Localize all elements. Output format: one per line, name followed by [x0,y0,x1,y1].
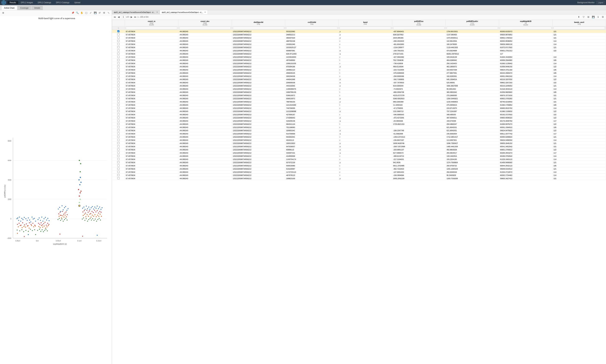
row-checkbox[interactable] [117,148,120,151]
table-row[interactable]: 67.4579634-44.080243125222059873455621​2… [112,59,606,62]
row-checkbox[interactable] [117,155,120,157]
sub-tab-activechart[interactable]: Active Chart [1,6,17,10]
row-checkbox[interactable] [117,126,120,128]
table-row[interactable]: 67.4579634-44.080243125222059873455621​2… [112,129,606,132]
table-row[interactable]: 67.4579634-44.080243125222059873455621​2… [112,164,606,167]
pin-button[interactable]: 📌 [71,11,75,15]
row-checkbox[interactable] [117,117,120,118]
page-input[interactable] [121,16,126,18]
table-row[interactable]: 67.4579634-44.080243125222059873455621​2… [112,94,606,97]
row-checkbox[interactable] [117,62,120,64]
table-row[interactable]: 67.4579634-44.080243125222059873455621​2… [112,49,606,52]
filter-psfdiffflux-input[interactable] [393,27,444,29]
zoom-in-button[interactable]: 🔍 [75,11,79,15]
last-page-button[interactable]: ⏭ [134,15,137,19]
table-row[interactable]: 67.4579634-44.080243125222059873455621​2… [112,161,606,164]
info-button[interactable]: ℹ [596,15,600,19]
row-checkbox[interactable] [117,40,120,42]
row-checkbox[interactable] [117,78,120,80]
row-checkbox[interactable] [117,158,120,160]
row-checkbox[interactable] [117,174,120,176]
table-row[interactable]: 67.4579634-44.080243125222059873455621​2… [112,65,606,68]
row-checkbox[interactable] [117,123,120,125]
row-checkbox[interactable] [117,49,120,52]
table-row[interactable]: 67.4579634-44.080243125222059873455621​2… [112,62,606,65]
filter-bands-ascii-input[interactable] [553,27,605,29]
row-checkbox[interactable] [117,72,120,74]
row-checkbox[interactable] [117,136,120,138]
table-row[interactable]: 67.4579634-44.080243125222059873455621​2… [112,113,606,116]
table-row[interactable]: 67.4579634-44.080243125222059873455621​2… [112,55,606,59]
table-row[interactable]: 67.4579634-44.080243125222059873455621​2… [112,30,606,33]
table-row[interactable]: 67.4579634-44.080243125222059873455621​2… [112,155,606,158]
row-checkbox[interactable] [117,145,120,147]
table-row[interactable]: 67.4579634-44.080243125222059873455621​2… [112,68,606,71]
table-row[interactable]: 67.4579634-44.080243125222059873455621​2… [112,71,606,75]
row-checkbox[interactable] [117,152,120,154]
table-row[interactable]: 67.4579634-44.080243125222059873455621​2… [112,87,606,91]
data-tab-1[interactable]: dp02_dc2_catalogs.ForcedSourceOnDiaObjec… [112,10,160,14]
row-checkbox[interactable] [117,110,120,112]
table-row[interactable]: 67.4579634-44.080243125222059873455621​2… [112,52,606,55]
prev-page-button[interactable]: ◀ [117,15,120,19]
table-row[interactable]: 67.4579634-44.080243125222059873455621​2… [112,100,606,103]
table-row[interactable]: 67.4579634-44.080243125222059873455621​2… [112,84,606,87]
table-row[interactable]: 67.4579634-44.080243125222059873455621​2… [112,135,606,139]
row-checkbox[interactable] [117,65,120,67]
data-tab-1-close[interactable]: ✕ [156,11,158,13]
table-row[interactable]: 67.4579634-44.080243125222059873455621​2… [112,110,606,113]
sub-tab-details[interactable]: Details [31,6,43,10]
nav-tab-dp02images[interactable]: DP0.2 Images [19,1,35,4]
data-tab-2[interactable]: dp02_dc2_catalogs.ForcedSourceOnDiaObjec… [160,10,208,14]
first-page-button[interactable]: ⏮ [113,15,116,19]
nav-tab-results[interactable]: Results [7,1,18,4]
row-checkbox[interactable] [117,68,120,71]
next-page-button[interactable]: ▶ [130,15,133,19]
row-checkbox[interactable] [117,113,120,115]
export-button[interactable]: 💾 [591,15,595,19]
row-checkbox[interactable] [117,177,120,179]
row-checkbox[interactable] [117,52,120,55]
table-row[interactable]: 67.4579634-44.080243125222059873455621​2… [112,142,606,145]
filter-diaobjectid-input[interactable] [233,27,284,29]
row-checkbox[interactable] [117,46,120,48]
row-checkbox[interactable] [117,94,120,96]
filter-button[interactable]: ▽ [582,15,586,19]
filter-coord-dec-input[interactable] [179,27,230,29]
settings-button-2[interactable]: ⚙ [601,15,605,19]
table-row[interactable]: 67.4579634-44.080243125222059873455621​2… [112,148,606,151]
nav-tab-upload[interactable]: Upload [72,1,82,4]
row-checkbox[interactable] [117,161,120,163]
row-checkbox[interactable] [117,101,120,103]
filter-band-input[interactable] [340,27,391,29]
row-checkbox[interactable] [117,81,120,83]
pan-button[interactable]: ✋ [80,11,84,15]
filter-expmidptmjd-input[interactable] [500,27,551,29]
sub-tab-coverage[interactable]: Coverage [17,6,31,10]
row-checkbox[interactable] [117,107,120,109]
restore-button[interactable]: ↺ [98,11,102,15]
column-button[interactable]: ⊞ [587,15,590,19]
table-row[interactable]: 67.4579634-44.080243125222059873455621​2… [112,75,606,78]
table-row[interactable]: 67.4579634-44.080243125222059873455621​2… [112,170,606,174]
select-button[interactable]: ▢ [84,11,88,15]
row-checkbox[interactable] [117,33,120,36]
filter-icon[interactable]: ▽ [118,27,119,29]
table-row[interactable]: 67.4579634-44.080243125222059873455621​2… [112,177,606,180]
row-checkbox[interactable] [117,168,120,170]
expand-button[interactable]: ⤡ [107,11,110,15]
table-row[interactable]: 67.4579634-44.080243125222059873455621​2… [112,97,606,100]
settings-button[interactable]: ⚙ [102,11,106,15]
table-row[interactable]: 67.4579634-44.080243125222059873455621​2… [112,39,606,43]
table-row[interactable]: 67.4579634-44.080243125222059873455621​2… [112,145,606,148]
nav-tab-dp02catalogs[interactable]: DP0.2 Catalogs [36,1,54,4]
row-checkbox[interactable] [117,91,120,93]
table-row[interactable]: 67.4579634-44.080243125222059873455621​2… [112,103,606,107]
row-checkbox[interactable] [117,164,120,167]
table-row[interactable]: 67.4579634-44.080243125222059873455621​2… [112,174,606,177]
table-row[interactable]: 67.4579634-44.080243125222059873455621​2… [112,36,606,39]
row-checkbox[interactable] [117,171,120,173]
row-checkbox[interactable] [117,75,120,77]
table-row[interactable]: 67.4579634-44.080243125222059873455621​2… [112,43,606,46]
table-row[interactable]: 67.4579634-44.080243125222059873455621​2… [112,46,606,49]
